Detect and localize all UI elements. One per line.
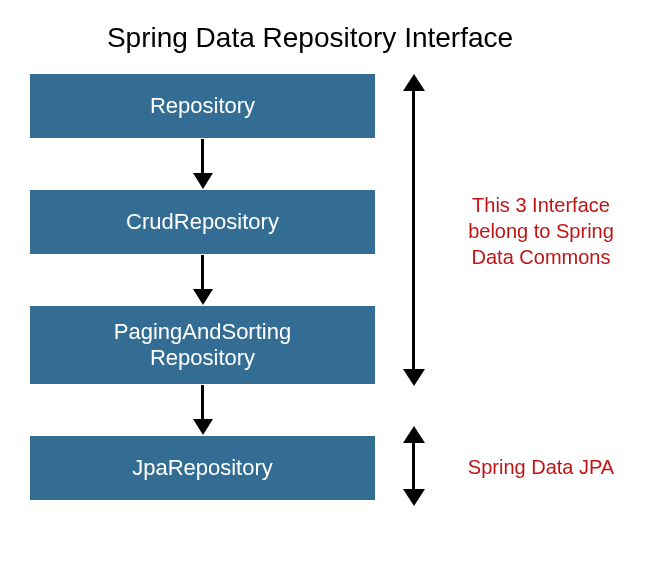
diagram-body: Repository CrudRepository PagingAndSorti… bbox=[0, 74, 650, 500]
annotation-spring-data-commons: This 3 Interface belong to Spring Data C… bbox=[451, 192, 631, 270]
bracket-commons-icon bbox=[403, 74, 425, 386]
arrow-down-icon bbox=[193, 254, 213, 306]
annotation-spring-data-jpa: Spring Data JPA bbox=[451, 454, 631, 480]
box-jpa-label: JpaRepository bbox=[132, 455, 273, 481]
diagram-title: Spring Data Repository Interface bbox=[0, 0, 620, 74]
box-paging-label: PagingAndSorting Repository bbox=[114, 319, 291, 372]
box-paging-sorting-repository: PagingAndSorting Repository bbox=[30, 306, 375, 384]
hierarchy-column: Repository CrudRepository PagingAndSorti… bbox=[30, 74, 375, 500]
bracket-jpa-icon bbox=[403, 426, 425, 506]
arrow-down-icon bbox=[193, 384, 213, 436]
arrow-down-icon bbox=[193, 138, 213, 190]
box-crud-repository: CrudRepository bbox=[30, 190, 375, 254]
box-repository: Repository bbox=[30, 74, 375, 138]
annotation-column: This 3 Interface belong to Spring Data C… bbox=[403, 74, 648, 500]
box-repository-label: Repository bbox=[150, 93, 255, 119]
box-crud-label: CrudRepository bbox=[126, 209, 279, 235]
box-jpa-repository: JpaRepository bbox=[30, 436, 375, 500]
